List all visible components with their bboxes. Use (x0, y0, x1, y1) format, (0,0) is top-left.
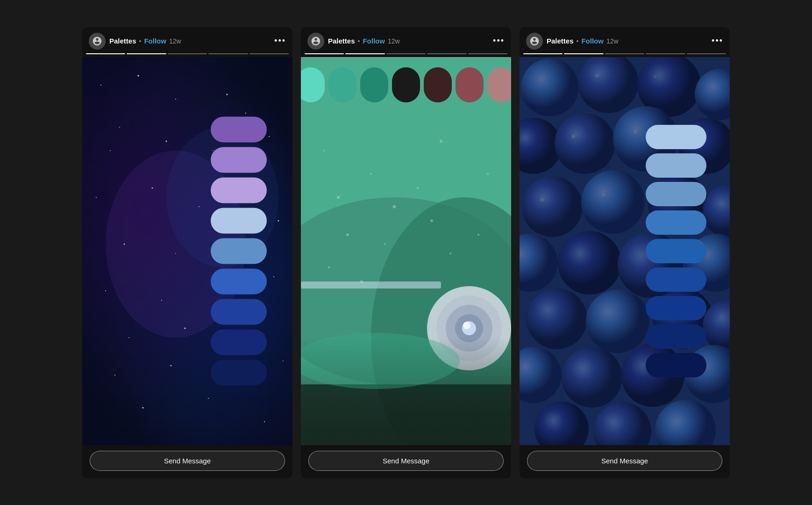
send-message-area-1: Send Message (82, 445, 292, 478)
svg-point-56 (487, 173, 489, 175)
progress-seg-2d (427, 53, 466, 54)
swatch-1-2 (211, 147, 267, 173)
palette-3 (646, 125, 706, 377)
progress-seg-2c (386, 53, 426, 54)
more-button-3[interactable]: ••• (712, 36, 723, 46)
header-info-1: Palettes • Follow 12w (109, 37, 271, 45)
svg-point-3 (119, 127, 120, 128)
avatar-1 (89, 33, 106, 50)
svg-point-7 (166, 140, 167, 142)
progress-seg-2a (305, 53, 344, 54)
svg-point-44 (337, 196, 340, 199)
swatch-3-4 (646, 210, 706, 235)
send-message-button-1[interactable]: Send Message (90, 451, 285, 471)
time-1: 12w (169, 37, 181, 45)
swatch-2-6 (456, 67, 484, 102)
avatar-3 (526, 33, 543, 50)
send-message-button-2[interactable]: Send Message (308, 451, 504, 471)
svg-point-10 (96, 197, 97, 198)
svg-point-54 (323, 150, 325, 152)
svg-rect-37 (301, 281, 441, 289)
svg-point-9 (269, 136, 270, 137)
svg-point-31 (264, 421, 265, 422)
svg-point-18 (105, 290, 106, 291)
progress-seg-3b (564, 53, 603, 54)
swatch-3-5 (646, 239, 706, 263)
progress-seg-3e (687, 53, 726, 54)
svg-point-0 (100, 85, 101, 86)
story-header-3: Palettes • Follow 12w ••• (520, 27, 730, 53)
svg-point-55 (440, 140, 442, 143)
story-image-1 (82, 57, 292, 445)
svg-point-2 (175, 99, 176, 100)
svg-point-1 (138, 75, 139, 76)
dot-3: • (577, 37, 579, 45)
swatch-1-1 (211, 116, 267, 142)
swatch-1-7 (211, 299, 267, 325)
header-info-2: Palettes • Follow 12w (328, 37, 489, 45)
progress-seg-3a (523, 53, 563, 54)
swatch-2-4 (392, 67, 420, 102)
story-card-2: Palettes • Follow 12w ••• (301, 27, 511, 478)
follow-button-1[interactable]: Follow (144, 37, 166, 45)
story-image-2 (301, 57, 511, 445)
swatch-2-2 (328, 67, 356, 102)
svg-point-50 (430, 219, 433, 222)
account-name-1: Palettes (109, 37, 136, 45)
story-container: Palettes • Follow 12w ••• (64, 22, 748, 483)
progress-seg-1b (127, 53, 166, 54)
progress-seg-2e (468, 53, 507, 54)
swatch-3-6 (646, 267, 706, 292)
svg-point-22 (128, 337, 129, 338)
progress-seg-1e (249, 53, 289, 54)
swatch-2-5 (424, 67, 452, 102)
avatar-2 (307, 33, 324, 50)
progress-bar-1 (82, 53, 292, 57)
svg-point-43 (463, 322, 470, 329)
story-card-3: Palettes • Follow 12w ••• (520, 27, 730, 478)
svg-point-28 (283, 361, 284, 361)
dot-1: • (139, 37, 142, 45)
follow-button-3[interactable]: Follow (581, 37, 604, 45)
progress-bar-2 (301, 53, 511, 57)
svg-point-30 (208, 398, 209, 399)
swatch-3-2 (646, 153, 706, 178)
send-message-button-3[interactable]: Send Message (527, 451, 722, 471)
more-button-1[interactable]: ••• (274, 36, 286, 46)
send-message-area-3: Send Message (520, 445, 730, 478)
car-svg (301, 57, 511, 445)
swatch-3-7 (646, 296, 706, 320)
progress-seg-3c (605, 53, 644, 54)
story-header-2: Palettes • Follow 12w ••• (301, 27, 511, 53)
svg-point-6 (110, 150, 111, 151)
progress-seg-1d (208, 53, 248, 54)
follow-button-2[interactable]: Follow (363, 37, 385, 45)
story-image-3 (520, 57, 730, 445)
svg-point-17 (278, 220, 279, 221)
swatch-1-6 (211, 268, 267, 294)
time-3: 12w (606, 37, 619, 45)
send-message-area-2: Send Message (301, 445, 511, 478)
svg-point-57 (477, 234, 479, 236)
swatch-2-3 (360, 67, 388, 102)
swatch-2-1 (301, 67, 325, 102)
svg-point-21 (273, 276, 274, 277)
svg-point-45 (370, 173, 372, 175)
palette-1 (211, 116, 267, 385)
svg-point-51 (328, 266, 330, 268)
swatch-1-9 (211, 360, 267, 385)
story-card-1: Palettes • Follow 12w ••• (82, 27, 292, 478)
swatch-1-4 (211, 208, 267, 233)
swatch-2-7 (487, 67, 511, 102)
more-button-2[interactable]: ••• (493, 36, 505, 46)
swatch-3-8 (646, 325, 706, 349)
swatch-3-9 (646, 353, 706, 377)
progress-seg-3d (646, 53, 685, 54)
svg-point-47 (417, 187, 419, 189)
swatch-1-5 (211, 238, 267, 264)
svg-point-52 (449, 252, 451, 254)
svg-point-46 (393, 205, 396, 208)
swatch-1-8 (211, 329, 267, 355)
time-2: 12w (388, 37, 400, 45)
header-info-3: Palettes • Follow 12w (547, 37, 708, 45)
